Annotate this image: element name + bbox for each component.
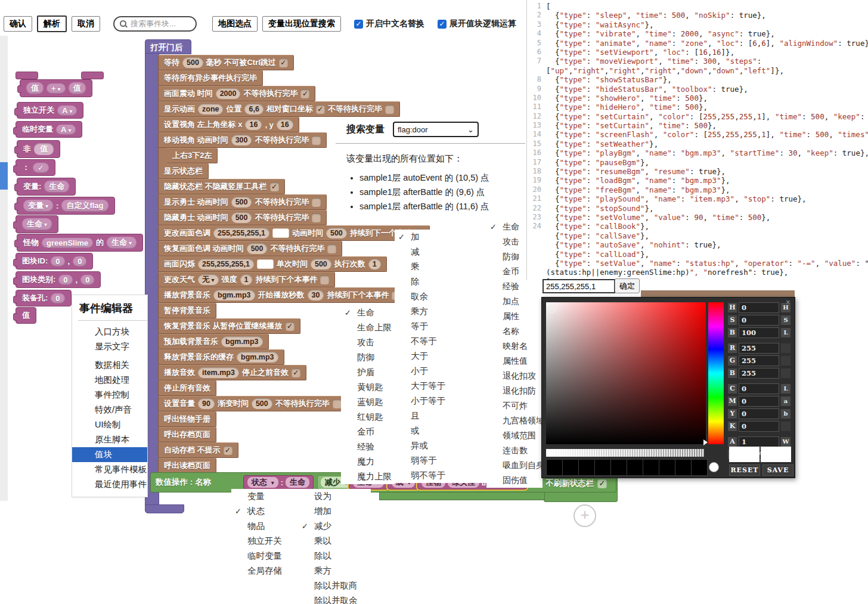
- menu-item[interactable]: 金币: [341, 425, 395, 439]
- menu-item[interactable]: 等于: [395, 319, 489, 334]
- menu-item[interactable]: 状态: [231, 504, 298, 519]
- block-dropdown[interactable]: 生命▾: [22, 218, 52, 230]
- block-field[interactable]: 500: [326, 228, 347, 238]
- flyout-scrollbar-thumb[interactable]: [0, 162, 8, 190]
- menu-item[interactable]: 魔力: [341, 454, 395, 469]
- block-dropdown[interactable]: 无▾: [198, 274, 219, 285]
- block-field[interactable]: 生命: [44, 181, 69, 193]
- block-field[interactable]: 0: [51, 256, 64, 267]
- menu-item[interactable]: 大于等于: [395, 379, 489, 394]
- statement-block[interactable]: 播放音效item.mp3停止之前音效✓: [158, 365, 306, 380]
- map-pick-button[interactable]: 地图选点: [212, 16, 258, 32]
- menu-item[interactable]: 经验: [486, 279, 542, 294]
- field-mode-label[interactable]: L: [781, 384, 790, 394]
- block-field[interactable]: bgm.mp3: [237, 352, 278, 363]
- statement-block[interactable]: 设置视角 左上角坐标 x16, y16: [158, 117, 299, 132]
- block-checkbox[interactable]: ✓: [33, 163, 49, 173]
- statement-block[interactable]: 画面闪烁255,255,255,1单次时间500执行次数1: [158, 256, 387, 272]
- block-field[interactable]: 2000: [216, 88, 241, 99]
- block-field[interactable]: 16: [245, 119, 262, 130]
- menu-item[interactable]: 黄钥匙: [341, 380, 395, 395]
- menu-item[interactable]: 加点: [486, 294, 542, 309]
- menu-item[interactable]: 除: [395, 274, 489, 289]
- statement-block[interactable]: 移动视角 动画时间300不等待执行完毕: [158, 132, 327, 148]
- value-type-dropdown[interactable]: 状态 ▾: [247, 477, 278, 488]
- block-dropdown[interactable]: A▾: [56, 125, 76, 135]
- sidebar-item-数据相关[interactable]: 数据相关: [72, 358, 147, 373]
- sidebar-item-值块[interactable]: 值块: [72, 447, 147, 462]
- statement-block[interactable]: 暂停背景音乐: [158, 303, 216, 318]
- field-value[interactable]: 0: [739, 421, 779, 432]
- menu-item[interactable]: 乘方: [298, 563, 371, 578]
- menu-item[interactable]: 设为: [298, 489, 371, 504]
- statement-block[interactable]: 显示动画zone位置6,6相对窗口坐标✓不等待执行完毕: [158, 101, 400, 117]
- menu-item[interactable]: 防御: [341, 350, 395, 365]
- palette-block[interactable]: 图块类别:0,0: [16, 271, 101, 288]
- checkbox-checked-icon[interactable]: ✓: [292, 368, 300, 377]
- palette-block[interactable]: ：✓: [16, 159, 55, 176]
- menu-item[interactable]: 九宫格领域: [486, 413, 542, 428]
- field-value[interactable]: 0: [739, 396, 779, 407]
- color-value-input[interactable]: [542, 279, 615, 293]
- sidebar-item-常见事件模板[interactable]: 常见事件模板: [72, 462, 147, 477]
- block-field[interactable]: 500: [231, 212, 252, 223]
- checkbox-unchecked-icon[interactable]: [312, 213, 321, 222]
- palette-block[interactable]: 独立开关A▾: [17, 102, 83, 119]
- sidebar-item-原生脚本[interactable]: 原生脚本: [72, 432, 147, 447]
- value-name-field[interactable]: 生命: [286, 477, 309, 488]
- palette-block[interactable]: 装备孔:0: [16, 290, 72, 306]
- field-value[interactable]: 0: [739, 383, 779, 394]
- statement-block[interactable]: 停止所有音效: [158, 380, 216, 396]
- palette-block[interactable]: 值: [16, 307, 36, 324]
- block-field[interactable]: zone: [198, 104, 223, 114]
- palette-block[interactable]: 变量▾:自定义flag: [17, 197, 115, 215]
- sidebar-item-显示文字[interactable]: 显示文字: [72, 339, 147, 354]
- field-value[interactable]: 0: [739, 408, 779, 419]
- menu-item[interactable]: 经验: [341, 439, 395, 454]
- block-field[interactable]: 500: [252, 398, 272, 409]
- menu-item[interactable]: 减少: [298, 519, 371, 534]
- saved-swatch[interactable]: [659, 459, 675, 476]
- statement-block[interactable]: 上右3下2左: [166, 148, 218, 163]
- checkbox-unchecked-icon[interactable]: [312, 198, 321, 207]
- menu-item[interactable]: 攻击: [341, 335, 395, 350]
- close-icon[interactable]: ×: [786, 298, 790, 306]
- sidebar-item-入口方块[interactable]: 入口方块: [72, 324, 147, 339]
- palette-block[interactable]: 怪物greenSlime的生命▾: [17, 234, 143, 252]
- block-field[interactable]: greenSlime: [42, 238, 93, 248]
- field-mode-label[interactable]: W: [781, 437, 790, 447]
- checkbox-checked-icon[interactable]: ✓: [279, 58, 288, 67]
- menu-item[interactable]: 生命上限: [341, 320, 395, 335]
- statement-block[interactable]: 预加载背景音乐bgm.mp3: [158, 334, 269, 349]
- menu-item[interactable]: 增加: [298, 504, 371, 519]
- statement-block[interactable]: 画面震动 时间2000不等待执行完毕✓: [158, 86, 315, 101]
- event-block-header[interactable]: 打开门后: [145, 39, 191, 54]
- block-field[interactable]: 0: [73, 256, 86, 267]
- field-value[interactable]: 1: [739, 436, 779, 447]
- saved-swatch[interactable]: [643, 459, 659, 476]
- menu-item[interactable]: 映射名: [486, 339, 542, 354]
- sidebar-item-UI绘制[interactable]: UI绘制: [72, 417, 147, 432]
- saved-swatch[interactable]: [579, 459, 595, 476]
- chinese-replace-toggle[interactable]: ✓ 开启中文名替换: [354, 18, 424, 29]
- block-field[interactable]: 16: [277, 119, 293, 130]
- field-value[interactable]: 0: [739, 315, 779, 326]
- value-target-block[interactable]: 状态 ▾ : 生命: [243, 475, 314, 490]
- checkbox-checked-icon[interactable]: ✓: [597, 479, 607, 488]
- palette-block[interactable]: 生命▾: [16, 215, 58, 233]
- field-value[interactable]: 255: [739, 368, 779, 379]
- menu-item[interactable]: 除以并取余: [298, 593, 371, 604]
- field-value[interactable]: 255: [739, 343, 779, 354]
- statement-block[interactable]: 恢复背景音乐 从暂停位置继续播放✓: [158, 318, 300, 334]
- menu-item[interactable]: 属性值: [486, 354, 542, 368]
- norefresh-toggle[interactable]: 不刷新状态栏 ✓: [545, 478, 607, 489]
- saved-swatch[interactable]: [595, 459, 611, 476]
- statement-block[interactable]: 呼出存档页面: [158, 427, 216, 442]
- block-field[interactable]: item.mp3: [198, 367, 239, 378]
- cancel-button[interactable]: 取消: [72, 16, 100, 32]
- hue-slider[interactable]: [708, 302, 724, 444]
- sv-cursor-icon[interactable]: [548, 305, 556, 313]
- menu-item[interactable]: 名称: [486, 324, 542, 339]
- saved-swatch[interactable]: [611, 459, 627, 476]
- menu-item[interactable]: 护盾: [341, 365, 395, 380]
